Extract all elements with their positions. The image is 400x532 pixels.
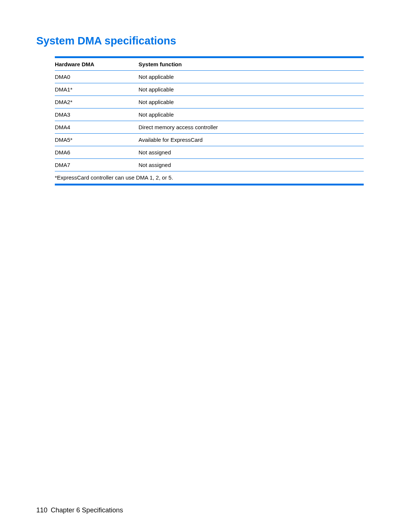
table-row: DMA5* Available for ExpressCard bbox=[55, 134, 364, 146]
dma-spec-table: Hardware DMA System function DMA0 Not ap… bbox=[55, 56, 364, 185]
cell-function: Not applicable bbox=[139, 71, 364, 83]
table-row: DMA1* Not applicable bbox=[55, 83, 364, 96]
table-row: DMA6 Not assigned bbox=[55, 146, 364, 159]
cell-function: Not applicable bbox=[139, 83, 364, 96]
page-number: 110 bbox=[36, 506, 47, 514]
table-row: DMA3 Not applicable bbox=[55, 108, 364, 121]
page-footer: 110 Chapter 6 Specifications bbox=[36, 506, 123, 514]
table-footnote-row: *ExpressCard controller can use DMA 1, 2… bbox=[55, 171, 364, 185]
cell-hardware: DMA2* bbox=[55, 96, 139, 108]
cell-hardware: DMA5* bbox=[55, 134, 139, 146]
cell-function: Not assigned bbox=[139, 146, 364, 159]
table-header-function: System function bbox=[139, 57, 364, 71]
page-content: System DMA specifications Hardware DMA S… bbox=[0, 0, 400, 185]
section-heading: System DMA specifications bbox=[36, 35, 364, 47]
cell-function: Not applicable bbox=[139, 108, 364, 121]
cell-function: Not applicable bbox=[139, 96, 364, 108]
cell-hardware: DMA1* bbox=[55, 83, 139, 96]
chapter-label: Chapter 6 Specifications bbox=[51, 506, 123, 514]
table-row: DMA4 Direct memory access controller bbox=[55, 121, 364, 134]
table-row: DMA7 Not assigned bbox=[55, 159, 364, 171]
cell-hardware: DMA3 bbox=[55, 108, 139, 121]
cell-function: Available for ExpressCard bbox=[139, 134, 364, 146]
cell-function: Not assigned bbox=[139, 159, 364, 171]
cell-hardware: DMA6 bbox=[55, 146, 139, 159]
table-header-hardware: Hardware DMA bbox=[55, 57, 139, 71]
cell-function: Direct memory access controller bbox=[139, 121, 364, 134]
table-row: DMA2* Not applicable bbox=[55, 96, 364, 108]
table-row: DMA0 Not applicable bbox=[55, 71, 364, 83]
table-footnote: *ExpressCard controller can use DMA 1, 2… bbox=[55, 171, 364, 185]
cell-hardware: DMA7 bbox=[55, 159, 139, 171]
dma-table-wrapper: Hardware DMA System function DMA0 Not ap… bbox=[55, 56, 364, 185]
cell-hardware: DMA0 bbox=[55, 71, 139, 83]
dma-table-body: DMA0 Not applicable DMA1* Not applicable… bbox=[55, 71, 364, 185]
cell-hardware: DMA4 bbox=[55, 121, 139, 134]
